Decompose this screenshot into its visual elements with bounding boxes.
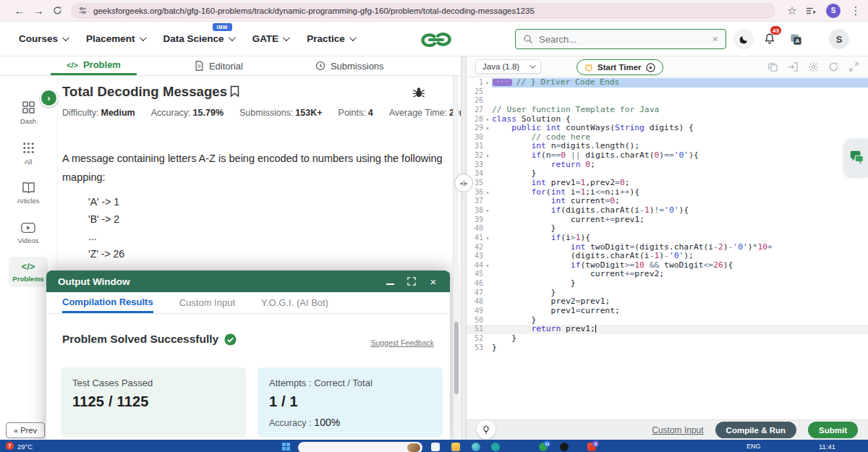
site-settings-icon[interactable] xyxy=(78,6,88,15)
sidebar-item-videos[interactable]: Videos xyxy=(9,218,48,249)
panel-divider[interactable] xyxy=(461,56,467,440)
taskbar-language[interactable]: ENG xyxy=(746,443,761,450)
search-input[interactable] xyxy=(539,34,707,45)
code-line-51[interactable]: 51 return prev1; xyxy=(467,325,868,334)
problem-title: Total Decoding Messages xyxy=(62,84,227,100)
notifications-button[interactable]: 43 xyxy=(760,29,780,49)
nav-placement[interactable]: Placement xyxy=(86,33,145,44)
media-controls-icon[interactable] xyxy=(801,1,820,20)
weather-temperature[interactable]: 29°C xyxy=(17,443,33,451)
reload-icon xyxy=(53,6,62,15)
attempts-card: Attempts : Correct / Total 1 / 1 Accurac… xyxy=(258,367,443,437)
minimize-icon[interactable] xyxy=(385,276,395,286)
url-text: geeksforgeeks.org/batch/gfg-160-problems… xyxy=(93,7,535,15)
output-window-header[interactable]: Output Window × xyxy=(46,270,450,292)
address-bar[interactable]: geeksforgeeks.org/batch/gfg-160-problems… xyxy=(71,3,775,19)
taskbar-app-whatsapp[interactable]: 31 xyxy=(539,443,548,451)
maximize-icon[interactable] xyxy=(407,276,417,286)
panel-resize-handle[interactable]: ◂▸ xyxy=(454,174,473,192)
weather-alert-badge[interactable]: 7 xyxy=(6,442,14,450)
tab-problem[interactable]: </> Problem xyxy=(51,56,137,75)
chevron-down-icon xyxy=(529,62,535,68)
submit-button[interactable]: Submit xyxy=(808,422,858,438)
nav-practice[interactable]: Practice xyxy=(307,33,354,44)
bookmark-star-icon[interactable]: ☆ xyxy=(783,1,801,20)
nav-data-science[interactable]: IBM Data Science xyxy=(163,33,234,44)
taskbar-app-edge[interactable] xyxy=(472,443,480,451)
tab-editorial[interactable]: Editorial xyxy=(179,56,259,75)
hint-button[interactable] xyxy=(477,420,495,439)
scrollbar-thumb[interactable] xyxy=(454,322,459,394)
editor-footer: Custom Input Compile & Run Submit xyxy=(467,419,868,440)
import-icon[interactable] xyxy=(788,61,799,72)
custom-input-link[interactable]: Custom Input xyxy=(652,425,703,435)
browser-menu-icon[interactable]: ⋮ xyxy=(846,1,865,20)
mapping-block: 'A' -> 1 'B' -> 2 ... 'Z' -> 26 xyxy=(88,193,124,263)
problem-description-line2: mapping: xyxy=(62,171,106,183)
accuracy-row: Accuracy :100% xyxy=(269,417,431,428)
app-notification-badge: 31 xyxy=(544,440,550,447)
code-line-53[interactable]: 53} xyxy=(467,344,868,353)
browser-forward-button[interactable]: → xyxy=(29,1,48,20)
translate-button[interactable]: A xyxy=(786,29,806,49)
document-icon xyxy=(195,61,204,71)
code-line-25[interactable]: 25 xyxy=(467,88,868,97)
browser-reload-button[interactable] xyxy=(48,1,67,20)
taskbar-app-window[interactable] xyxy=(431,443,440,451)
taskbar-app-explorer[interactable] xyxy=(451,443,460,451)
sidebar-item-problems[interactable]: </> Problems xyxy=(9,257,48,287)
close-icon[interactable]: × xyxy=(428,276,438,286)
tab-compilation-results[interactable]: Compilation Results xyxy=(62,292,153,313)
language-selector[interactable]: Java (1.8) xyxy=(475,59,541,74)
report-bug-icon[interactable] xyxy=(412,86,425,98)
gfg-logo[interactable] xyxy=(420,30,453,49)
code-line-52[interactable]: 52 } xyxy=(467,334,868,344)
taskbar-search-box[interactable] xyxy=(298,442,422,452)
user-avatar[interactable]: S xyxy=(829,29,849,49)
app-badge-s: S xyxy=(592,440,599,447)
output-window-title: Output Window xyxy=(58,276,130,287)
search-bar[interactable]: × xyxy=(515,29,726,49)
taskbar-app-github[interactable] xyxy=(560,443,569,451)
start-timer-button[interactable]: Start Timer xyxy=(576,59,663,75)
dark-mode-toggle[interactable] xyxy=(733,29,754,49)
tab-submissions[interactable]: Submissions xyxy=(299,56,400,75)
ibm-badge: IBM xyxy=(213,23,232,31)
browser-profile-avatar[interactable]: S xyxy=(826,4,841,18)
taskbar-clock[interactable]: 11:41 xyxy=(819,443,835,451)
settings-gear-icon[interactable] xyxy=(808,61,819,72)
copy-icon[interactable] xyxy=(767,61,778,72)
taskbar-app-teams[interactable] xyxy=(491,443,500,451)
search-clear-icon[interactable]: × xyxy=(712,33,718,45)
windows-start-icon[interactable] xyxy=(282,443,290,451)
output-window: Output Window × Compilation Results Cust… xyxy=(46,270,450,444)
chevron-down-icon xyxy=(62,34,69,41)
fullscreen-icon[interactable] xyxy=(848,61,859,72)
sidebar-collapse-button[interactable]: › xyxy=(40,89,58,107)
doubt-chat-widget[interactable] xyxy=(844,139,868,176)
taskbar-app-red[interactable]: S xyxy=(587,443,596,451)
panel-scrollbar[interactable] xyxy=(453,76,459,440)
nav-gate[interactable]: GATE xyxy=(252,33,289,44)
code-line-1[interactable]: 1▸···// } Driver Code Ends xyxy=(467,78,868,88)
chevron-down-icon xyxy=(229,34,236,41)
clock-icon xyxy=(315,61,326,71)
nav-courses[interactable]: Courses xyxy=(19,33,67,44)
prev-button[interactable]: « Prev xyxy=(6,422,45,438)
browser-back-button[interactable]: ← xyxy=(10,1,29,20)
tab-custom-input[interactable]: Custom Input xyxy=(179,292,235,313)
compile-run-button[interactable]: Compile & Run xyxy=(715,422,796,438)
play-icon xyxy=(646,63,655,72)
tab-yogi-ai-bot[interactable]: Y.O.G.I. (AI Bot) xyxy=(261,292,328,313)
browser-toolbar: ← → geeksforgeeks.org/batch/gfg-160-prob… xyxy=(0,0,868,22)
translate-icon: A xyxy=(789,33,803,46)
code-icon: </> xyxy=(67,61,78,69)
sidebar-item-all[interactable]: All xyxy=(9,137,48,170)
reset-icon[interactable] xyxy=(828,61,839,72)
chevron-down-icon xyxy=(140,34,147,41)
bookmark-icon[interactable] xyxy=(229,85,240,98)
suggest-feedback-link[interactable]: Suggest Feedback xyxy=(370,338,434,347)
code-editor-panel: Java (1.8) Start Timer 1▸···// } Driver … xyxy=(467,56,868,440)
code-editor[interactable]: 1▸···// } Driver Code Ends252627// User … xyxy=(467,77,868,419)
sidebar-item-articles[interactable]: Articles xyxy=(9,177,48,209)
